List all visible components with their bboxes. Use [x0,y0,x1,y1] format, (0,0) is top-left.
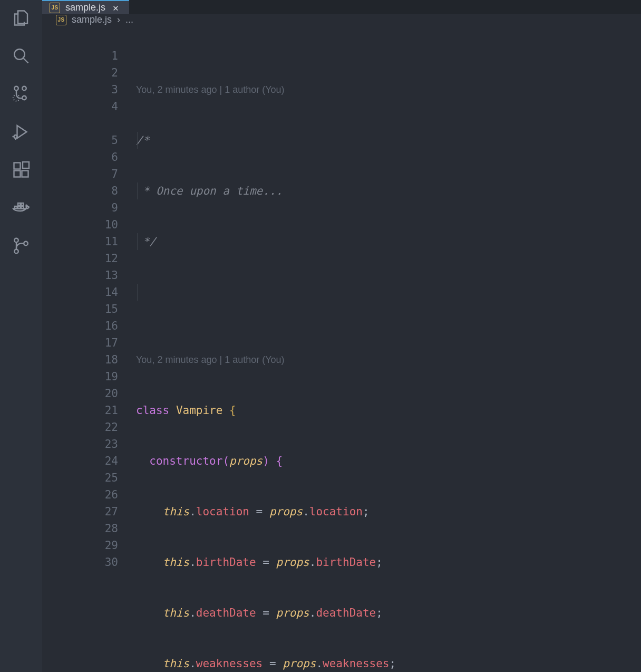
line-number: 1 [42,47,118,64]
line-number: 19 [42,368,118,385]
line-number: 3 [42,81,118,98]
line-number: 20 [42,385,118,402]
svg-line-1 [24,59,28,63]
svg-rect-9 [14,163,21,169]
line-number: 15 [42,301,118,318]
svg-point-19 [14,249,18,254]
files-icon[interactable] [12,8,31,27]
line-number: 30 [42,554,118,571]
git-icon[interactable] [12,236,31,255]
chevron-right-icon: › [117,14,120,25]
line-number-gutter: 1234567891011121314151617181920212223242… [42,31,136,672]
line-number: 21 [42,402,118,419]
svg-point-0 [14,49,25,60]
line-number: 17 [42,334,118,351]
code-content[interactable]: You, 2 minutes ago | 1 author (You) /* *… [136,31,641,672]
breadcrumb[interactable]: JS sample.js › ... [42,14,641,25]
search-icon[interactable] [12,46,31,65]
line-number: 18 [42,351,118,368]
code-editor[interactable]: 1234567891011121314151617181920212223242… [42,25,641,672]
line-number: 29 [42,537,118,554]
svg-point-6 [14,135,17,138]
line-number: 23 [42,436,118,453]
svg-point-18 [14,238,18,243]
activity-bar [0,0,42,672]
breadcrumb-ellipsis[interactable]: ... [125,14,133,25]
svg-rect-12 [23,162,29,168]
line-number: 6 [42,149,118,166]
tab-label: sample.js [65,2,105,13]
js-file-icon: JS [50,3,60,13]
tab-bar: JS sample.js ✕ [42,0,641,14]
line-number: 5 [42,132,118,149]
line-number: 10 [42,216,118,233]
svg-rect-10 [14,171,21,177]
line-number: 2 [42,64,118,81]
svg-point-3 [22,87,26,91]
line-number: 27 [42,503,118,520]
svg-rect-16 [18,203,21,206]
git-blame-annotation: You, 2 minutes ago | 1 author (You) [136,351,641,368]
svg-rect-17 [21,203,24,206]
svg-point-4 [22,96,26,100]
breadcrumb-file: sample.js [72,14,112,25]
close-icon[interactable]: ✕ [111,1,121,14]
line-number: 22 [42,419,118,436]
line-number: 16 [42,318,118,334]
svg-point-2 [14,87,18,91]
line-number: 25 [42,469,118,486]
svg-rect-11 [22,171,28,177]
line-number: 8 [42,183,118,199]
line-number: 24 [42,453,118,469]
docker-icon[interactable] [12,198,31,217]
js-file-icon: JS [56,15,66,25]
line-number: 14 [42,284,118,301]
line-number: 11 [42,233,118,250]
extensions-icon[interactable] [12,160,31,179]
line-number: 9 [42,199,118,216]
line-number: 13 [42,267,118,284]
run-debug-icon[interactable] [12,122,31,141]
line-number: 12 [42,250,118,267]
line-number: 4 [42,98,118,115]
tab-sample-js[interactable]: JS sample.js ✕ [42,0,129,14]
line-number: 26 [42,486,118,503]
git-blame-annotation: You, 2 minutes ago | 1 author (You) [136,81,641,98]
source-control-graph-icon[interactable] [12,84,31,103]
svg-point-20 [24,242,28,246]
line-number: 7 [42,166,118,183]
line-number: 28 [42,520,118,537]
